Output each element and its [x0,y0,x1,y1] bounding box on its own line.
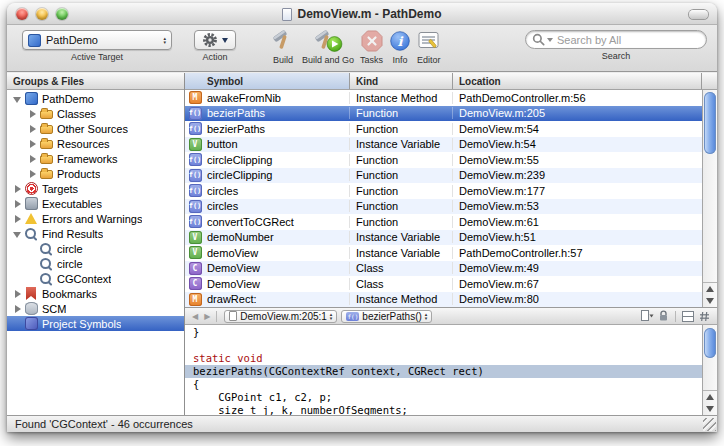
disclosure-open-icon[interactable] [12,93,23,104]
code-line: size_t j, k, numberOfSegments; [185,404,702,415]
editor-button[interactable] [417,28,440,53]
build-button[interactable] [270,28,296,53]
symbol-row[interactable]: f() bezierPaths Function DemoView.m:54 [185,121,702,137]
scrollbar-thumb[interactable] [704,92,716,154]
symbol-row-selected[interactable]: f() bezierPaths Function DemoView.m:205 [185,106,702,122]
back-button[interactable]: ◀ [189,312,201,321]
groups-files-header[interactable]: Groups & Files [7,73,184,90]
function-icon: f() [189,200,202,213]
symbol-row[interactable]: f() circles Function DemoView.m:53 [185,199,702,215]
info-button[interactable]: i [389,28,411,53]
title-bar[interactable]: DemoView.m - PathDemo [7,3,717,25]
sidebar-item-scm[interactable]: SCM [7,301,184,316]
hammer-go-icon [312,29,344,53]
sidebar-item-classes[interactable]: Classes [7,106,184,121]
active-target-popup[interactable]: PathDemo ▴▾ [22,30,172,50]
search-group: Search [525,28,707,61]
sidebar-item-other-sources[interactable]: Other Sources [7,121,184,136]
sidebar-item-find-results[interactable]: Find Results [7,226,184,241]
disclosure-open-icon[interactable] [12,228,23,239]
sidebar-item-frameworks[interactable]: Frameworks [7,151,184,166]
symbol-row[interactable]: V demoView Instance Variable PathDemoCon… [185,245,702,261]
scroll-up-arrow[interactable] [703,391,717,403]
sidebar-item-targets[interactable]: Targets [7,181,184,196]
symbol-popup[interactable]: f() bezierPaths() ▴▾ [341,310,432,323]
symbol-row[interactable]: f() circleClipping Function DemoView.m:5… [185,152,702,168]
instance-method-icon: M [189,293,202,306]
popup-arrows-icon: ▴▾ [425,312,428,320]
sidebar-item-find-cgcontext[interactable]: CGContext [7,271,184,286]
symbol-row[interactable]: V button Instance Variable DemoView.h:54 [185,137,702,153]
disclosure-closed-icon[interactable] [27,108,38,119]
disclosure-closed-icon[interactable] [27,153,38,164]
editor-scrollbar[interactable] [702,325,717,415]
editor-pane-icon [417,30,440,51]
hammer-icon [270,29,296,52]
search-input[interactable] [557,34,700,46]
search-scope-arrow-icon[interactable] [547,38,553,42]
info-group: i Info [389,28,411,65]
variable-icon: V [189,246,202,259]
disclosure-closed-icon[interactable] [12,288,23,299]
sidebar-item-project-symbols[interactable]: Project Symbols [7,316,184,331]
sidebar-item-pathdemo[interactable]: PathDemo [7,91,184,106]
scrollbar-thumb[interactable] [704,328,716,358]
forward-button[interactable]: ▶ [201,312,213,321]
header-scroll-corner [702,73,717,89]
resize-grip[interactable] [703,418,716,431]
sidebar-item-find-circle-1[interactable]: circle [7,241,184,256]
symbol-row[interactable]: f() convertToCGRect Function DemoView.m:… [185,214,702,230]
scroll-down-arrow[interactable] [703,295,717,307]
disclosure-closed-icon[interactable] [12,213,23,224]
column-header-kind[interactable]: Kind [350,73,453,89]
lock-icon[interactable] [655,310,672,323]
sidebar-item-executables[interactable]: Executables [7,196,184,211]
sidebar-item-resources[interactable]: Resources [7,136,184,151]
popup-arrows-icon: ▴▾ [163,36,166,44]
build-and-go-button[interactable] [312,28,344,53]
counterpart-icon[interactable] [696,310,713,323]
code-line: { [185,378,702,391]
search-field[interactable] [525,30,707,49]
warning-icon [25,212,38,225]
symbol-row[interactable]: C DemoView Class DemoView.m:67 [185,276,702,292]
symbol-row[interactable]: C DemoView Class DemoView.m:49 [185,261,702,277]
symbol-row[interactable]: f() circleClipping Function DemoView.m:2… [185,168,702,184]
variable-icon: V [189,138,202,151]
table-scrollbar[interactable] [702,90,717,307]
popup-arrows-icon: ▴▾ [330,312,333,320]
function-icon: f() [189,107,202,120]
symbol-row[interactable]: f() circles Function DemoView.m:177 [185,183,702,199]
info-icon: i [389,30,411,52]
disclosure-closed-icon[interactable] [27,123,38,134]
scroll-up-arrow[interactable] [703,283,717,295]
disclosure-closed-icon[interactable] [27,168,38,179]
symbol-row[interactable]: M awakeFromNib Instance Method PathDemoC… [185,90,702,106]
disclosure-closed-icon[interactable] [12,198,23,209]
doc-menu-icon[interactable] [638,310,655,323]
disclosure-closed-icon[interactable] [27,138,38,149]
code-line: CGPoint c1, c2, p; [185,391,702,404]
sidebar-item-bookmarks[interactable]: Bookmarks [7,286,184,301]
sidebar-item-products[interactable]: Products [7,166,184,181]
symbol-row[interactable]: M drawRect: Instance Method DemoView.m:8… [185,292,702,308]
toolbar-collapse-button[interactable] [689,10,708,19]
symbol-row[interactable]: V demoNumber Instance Variable DemoView.… [185,230,702,246]
scroll-down-arrow[interactable] [703,403,717,415]
column-header-symbol[interactable]: Symbol [185,73,350,89]
xcode-window: DemoView.m - PathDemo PathDemo ▴▾ Active… [7,3,717,432]
split-editor-icon[interactable] [679,310,696,323]
disclosure-closed-icon[interactable] [12,303,23,314]
main-pane: Symbol Kind Location M awakeFromNib Inst… [185,73,717,415]
code-editor[interactable]: } static void bezierPaths(CGContextRef c… [185,325,717,415]
tasks-button[interactable] [361,28,383,53]
variable-icon: V [189,231,202,244]
file-popup[interactable]: DemoView.m:205:1 ▴▾ [224,310,337,323]
sidebar-item-errors-warnings[interactable]: Errors and Warnings [7,211,184,226]
folder-icon [40,155,53,164]
column-header-location[interactable]: Location [453,73,702,89]
disclosure-closed-icon[interactable] [12,183,23,194]
action-button[interactable] [194,30,236,50]
function-icon: f() [189,122,202,135]
sidebar-item-find-circle-2[interactable]: circle [7,256,184,271]
